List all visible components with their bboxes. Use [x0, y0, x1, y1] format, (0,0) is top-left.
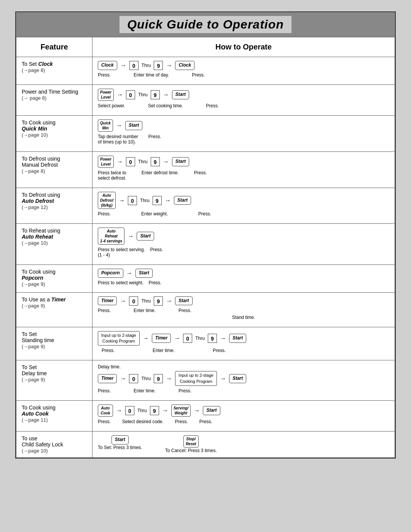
label-press: Press.: [206, 103, 219, 108]
btn-quick-min[interactable]: QuickMin: [98, 119, 113, 132]
label-tap: Tap desired number: [98, 134, 138, 139]
label-press-select: Press to select serving.: [98, 247, 145, 252]
operate-manual-defrost: PowerLevel → 0 Thru 9 → Start Press twic…: [92, 152, 395, 188]
arrow-1: →: [116, 122, 122, 129]
arrow-2: →: [166, 375, 172, 382]
btn-stop-reset[interactable]: Stop/Reset: [183, 435, 199, 448]
arrow-2: →: [162, 407, 168, 414]
step-row-timer: Timer → 0 Thru 9 → Start: [98, 296, 389, 306]
header-how-to-operate: How to Operate: [92, 37, 395, 57]
child-lock-set: Start To Set: Press 3 times.: [98, 435, 142, 450]
step-block-power: PowerLevel → 0 Thru 9 → Start Select pow…: [98, 89, 389, 108]
label-press: Press.: [102, 348, 115, 353]
btn-start[interactable]: Start: [203, 406, 220, 415]
btn-timer[interactable]: Timer: [152, 334, 171, 343]
feature-popcorn: To Cook usingPopcorn (→page 9): [16, 265, 92, 293]
row-popcorn: To Cook usingPopcorn (→page 9) Popcorn →…: [16, 265, 395, 293]
label-enter-time: Enter time of day.: [134, 72, 169, 78]
btn-start-set[interactable]: Start: [112, 435, 129, 444]
thru-label: Thru: [137, 408, 147, 413]
btn-clock-2[interactable]: Clock: [175, 61, 194, 70]
operate-set-clock: Clock → 0 Thru 9 → Clock Press. Enter ti…: [92, 57, 395, 85]
thru-label: Thru: [195, 336, 205, 341]
operate-auto-cook: AutoCook → 0 Thru 9 → Serving/Weight → S…: [92, 401, 395, 432]
step-block-autocook: AutoCook → 0 Thru 9 → Serving/Weight → S…: [98, 405, 389, 424]
step-row-power: PowerLevel → 0 Thru 9 → Start: [98, 89, 389, 101]
btn-popcorn[interactable]: Popcorn: [98, 269, 123, 278]
feature-text: To Defrost usingAuto Defrost: [22, 192, 60, 204]
arrow-2: →: [163, 91, 169, 98]
row-auto-reheat: To Reheat usingAuto Reheat (→page 10) Au…: [16, 224, 395, 265]
page-title: Quick Guide to Operation: [119, 16, 292, 33]
btn-start[interactable]: Start: [125, 121, 142, 130]
operate-auto-reheat: AutoReheat1-4 servings → Start Press to …: [92, 224, 395, 265]
btn-power-level[interactable]: PowerLevel: [98, 156, 114, 168]
arrow-2: →: [174, 335, 180, 342]
arrow-1: →: [126, 270, 132, 277]
arrow-1: →: [143, 335, 149, 342]
num-9: 9: [151, 90, 160, 99]
labels-row: Press. Select desired code. Press. Press…: [98, 419, 389, 424]
btn-start[interactable]: Start: [172, 157, 189, 166]
btn-start[interactable]: Start: [135, 269, 153, 278]
bracket-cooking-program2: Input up to 2-stageCooking Program: [175, 371, 217, 386]
labels-row: Select power. Set cooking time. Press.: [98, 103, 389, 108]
btn-auto-defrost[interactable]: AutoDefrost(lb/kg): [98, 192, 116, 209]
btn-start[interactable]: Start: [229, 374, 246, 383]
labels-row: Press to select serving. Press. (1 - 4): [98, 247, 389, 258]
btn-start[interactable]: Start: [175, 296, 192, 306]
feature-text: To Cook usingQuick Min: [22, 119, 56, 132]
feature-quick-min: To Cook usingQuick Min (→page 10): [16, 116, 92, 152]
feature-set-clock: To Set Clock (→page 8): [16, 57, 92, 85]
operate-popcorn: Popcorn → Start Press to select weight. …: [92, 265, 395, 293]
bracket-cooking-program: Input up to 2-stageCooking Program: [98, 331, 140, 346]
btn-timer[interactable]: Timer: [98, 374, 117, 383]
num-9: 9: [151, 157, 160, 166]
feature-text: To useChild Safety Lock: [22, 435, 63, 448]
operate-standing-time: Input up to 2-stageCooking Program → Tim…: [92, 327, 395, 360]
feature-auto-cook: To Cook usingAuto Cook (→page 11): [16, 401, 92, 432]
btn-power-level[interactable]: PowerLevel: [98, 89, 114, 101]
btn-start[interactable]: Start: [172, 90, 189, 99]
label-press2: Press.: [192, 72, 205, 78]
step-row-standing: Input up to 2-stageCooking Program → Tim…: [98, 331, 389, 346]
arrow-3: →: [194, 407, 200, 414]
page-ref: (→page 9): [22, 344, 45, 349]
btn-auto-reheat[interactable]: AutoReheat1-4 servings: [98, 228, 124, 245]
label-press-weight: Press to select weight.: [98, 280, 143, 285]
page-ref: (→page 10): [22, 132, 48, 138]
btn-serving-weight[interactable]: Serving/Weight: [171, 405, 191, 417]
guide-table: Feature How to Operate To Set Clock (→pa…: [16, 37, 395, 458]
label-press2: Press.: [178, 308, 191, 313]
row-manual-defrost: To Defrost usingManual Defrost (→page 8)…: [16, 152, 395, 188]
label-select-power: Select power.: [98, 103, 125, 108]
labels-row: Press twice toselect defrost. Enter defr…: [98, 170, 389, 181]
feature-delay-time: To SetDelay time (→page 9): [16, 360, 92, 401]
btn-auto-cook[interactable]: AutoCook: [98, 405, 113, 417]
labels-row: Press. Enter weight. Press.: [98, 211, 389, 217]
btn-start[interactable]: Start: [174, 196, 191, 205]
label-press3: Press.: [199, 419, 212, 424]
arrow-3: →: [220, 335, 226, 342]
btn-timer[interactable]: Timer: [98, 296, 117, 306]
page-ref: (→page 11): [22, 417, 48, 423]
feature-timer: To Use as a Timer (→page 9): [16, 292, 92, 327]
feature-text: To Use as a Timer: [22, 296, 66, 303]
label-press: Press.: [194, 170, 207, 181]
row-auto-cook: To Cook usingAuto Cook (→page 11) AutoCo…: [16, 401, 395, 432]
page-ref: (→page 9): [22, 281, 45, 287]
step-row-delay: Timer → 0 Thru 9 → Input up to 2-stageCo…: [98, 371, 389, 386]
step-block-mdefrost: PowerLevel → 0 Thru 9 → Start Press twic…: [98, 156, 389, 181]
feature-text: To SetStanding time: [22, 331, 54, 343]
labels-row: Press to select weight. Press.: [98, 280, 389, 285]
feature-text: To Reheat usingAuto Reheat: [22, 228, 60, 240]
btn-start[interactable]: Start: [137, 232, 154, 241]
arrow-1: →: [119, 197, 125, 204]
num-9: 9: [150, 406, 159, 415]
btn-start[interactable]: Start: [229, 334, 246, 343]
page-ref: (→page 9): [22, 303, 45, 309]
step-row-1: Clock → 0 Thru 9 → Clock: [98, 61, 389, 70]
label-set-cooking: Set cooking time.: [148, 103, 183, 108]
btn-clock-1[interactable]: Clock: [98, 61, 117, 70]
step-row-autocook: AutoCook → 0 Thru 9 → Serving/Weight → S…: [98, 405, 389, 417]
